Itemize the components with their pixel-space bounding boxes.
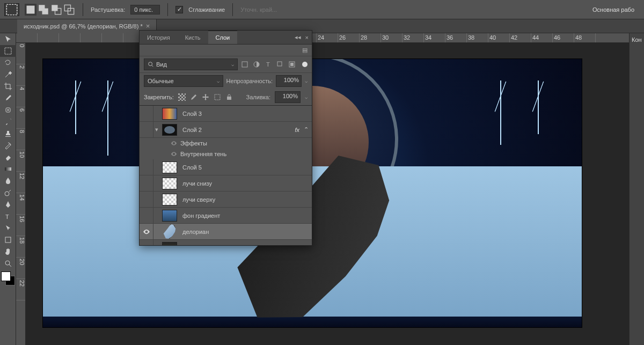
fill-input[interactable]: 100% [275,91,301,103]
opacity-dropdown-icon[interactable]: ⌵ [305,78,308,84]
layer-name-label[interactable]: делориан [179,229,312,235]
lock-position-icon[interactable] [202,93,209,101]
panel-menu-icon[interactable]: ▤ [302,47,308,54]
eyedropper-tool-icon[interactable] [0,92,16,104]
visibility-toggle[interactable] [140,159,153,175]
layer-filter-kind-select[interactable]: Вид ⌵ [144,58,238,70]
lock-pixels-icon[interactable] [190,93,197,101]
layer-thumbnail[interactable] [162,108,177,120]
layer-thumbnail[interactable] [160,223,179,240]
opacity-input[interactable]: 100% [276,75,302,87]
filter-shape-icon[interactable] [276,61,284,68]
filter-smart-icon[interactable] [288,61,296,68]
visibility-toggle[interactable] [140,122,153,137]
hand-tool-icon[interactable] [0,246,16,258]
feather-input[interactable]: 0 пикс. [130,5,160,14]
fx-collapse-icon[interactable]: ⌃ [304,126,312,133]
layer-row[interactable]: Слой 5 [140,159,312,175]
history-brush-tool-icon[interactable] [0,140,16,151]
ruler-vertical[interactable]: 0246810121416182022 [16,43,26,345]
eraser-tool-icon[interactable] [0,151,16,163]
tool-preset-picker[interactable] [4,3,19,16]
visibility-toggle[interactable] [140,224,153,239]
fx-badge[interactable]: fx [295,127,304,133]
pen-tool-icon[interactable] [0,199,16,210]
gradient-tool-icon[interactable] [0,163,16,175]
workspace-switcher[interactable]: Основная рабо [587,4,640,15]
antialias-checkbox[interactable] [175,6,183,13]
path-select-tool-icon[interactable] [0,222,16,234]
layer-row[interactable]: ▾Слой 2fx⌃ [140,122,312,138]
layer-thumbnail[interactable] [162,194,177,205]
ruler-tick: 6 [16,107,25,129]
visibility-toggle[interactable] [140,175,153,191]
color-swatches[interactable] [1,271,15,285]
subtract-selection-icon[interactable] [50,4,62,16]
brush-tool-icon[interactable] [0,116,16,128]
canvas-area[interactable] [26,43,644,345]
close-tab-icon[interactable]: × [146,22,150,30]
shape-tool-icon[interactable] [0,234,16,246]
layer-name-label[interactable]: Слой 2 [179,127,295,133]
layer-row[interactable]: Слой 3 [140,106,312,122]
lasso-tool-icon[interactable] [0,57,16,69]
visibility-toggle[interactable] [140,106,153,121]
fill-dropdown-icon[interactable]: ⌵ [305,94,308,100]
panel-collapse-icon[interactable]: ◂◂ [295,34,301,41]
foreground-color-swatch[interactable] [1,271,11,281]
layer-name-label[interactable]: лучи сверху [179,196,312,203]
ruler-tick: 48 [574,33,596,42]
layer-thumbnail[interactable] [162,124,177,136]
layer-name-label[interactable]: Слой 5 [179,164,312,171]
tab-history[interactable]: История [140,31,178,44]
layer-row[interactable]: фон градиент [140,208,312,224]
visibility-toggle[interactable] [140,192,153,207]
ruler-horizontal[interactable]: 12141618202224262830323436384042444648 [16,33,644,43]
visibility-toggle[interactable] [140,208,153,223]
layer-row[interactable]: Слой 0 [140,240,312,245]
effect-inner-shadow[interactable]: Внутренняя тень [140,149,312,159]
document-tab[interactable]: исходник.psd @ 66,7% (делориан, RGB/8) *… [17,19,157,33]
tab-layers[interactable]: Слои [208,31,238,44]
layer-thumbnail[interactable] [162,210,177,222]
healing-tool-icon[interactable] [0,104,16,116]
layer-name-label[interactable]: Слой 3 [179,111,312,117]
document-canvas[interactable] [43,59,582,327]
filter-adjust-icon[interactable] [253,61,260,68]
magic-wand-tool-icon[interactable] [0,69,16,80]
add-selection-icon[interactable] [38,4,49,16]
dodge-tool-icon[interactable] [0,187,16,199]
layer-thumbnail[interactable] [162,242,177,246]
expand-icon[interactable]: ▾ [153,126,160,133]
lock-all-icon[interactable] [225,93,233,101]
lock-artboard-icon[interactable] [214,93,221,101]
layer-thumbnail[interactable] [162,162,177,173]
layer-row[interactable]: лучи сверху [140,192,312,208]
lock-transparency-icon[interactable] [178,93,186,101]
layer-name-label[interactable]: Слой 0 [179,245,312,246]
layer-name-label[interactable]: фон градиент [179,212,312,219]
zoom-tool-icon[interactable] [0,258,16,269]
marquee-tool-icon[interactable] [0,45,16,57]
ruler-tick: 22 [16,279,25,300]
stamp-tool-icon[interactable] [0,128,16,140]
type-tool-icon[interactable]: T [0,210,16,222]
tab-brush[interactable]: Кисть [178,31,208,44]
right-panel-strip[interactable]: Кон [629,33,644,345]
move-tool-icon[interactable] [0,33,16,45]
intersect-selection-icon[interactable] [63,4,75,16]
filter-type-icon[interactable]: T [265,61,272,68]
visibility-toggle[interactable] [140,240,153,245]
layer-row[interactable]: лучи снизу [140,175,312,192]
new-selection-icon[interactable] [25,4,36,16]
panel-close-icon[interactable]: × [305,34,309,41]
layer-thumbnail[interactable] [162,178,177,189]
filter-toggle[interactable] [302,62,308,67]
layer-row[interactable]: делориан [140,224,312,240]
layer-name-label[interactable]: лучи снизу [179,180,312,187]
filter-pixel-icon[interactable] [241,61,248,68]
crop-tool-icon[interactable] [0,80,16,92]
effects-header[interactable]: Эффекты [140,138,312,149]
blend-mode-select[interactable]: Обычные⌵ [144,75,223,87]
blur-tool-icon[interactable] [0,175,16,187]
